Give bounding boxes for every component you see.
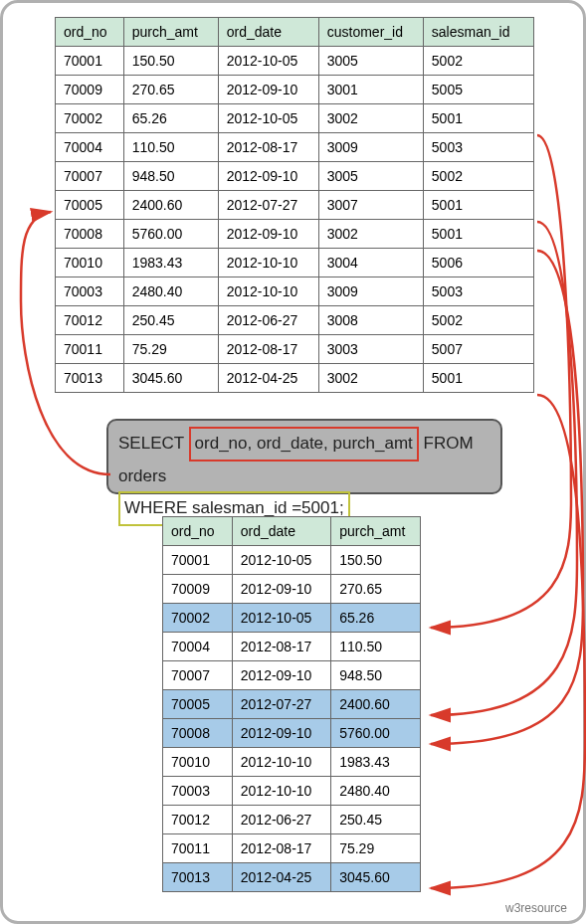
cell: 3001: [318, 76, 423, 104]
table-row: 70012250.452012-06-2730085002: [56, 306, 534, 335]
cell: 75.29: [123, 335, 218, 364]
table-header-row: ord_no purch_amt ord_date customer_id sa…: [56, 18, 534, 47]
cell: 2012-09-10: [232, 575, 330, 604]
source-orders-table: ord_no purch_amt ord_date customer_id sa…: [55, 17, 534, 393]
cell: 70005: [163, 690, 233, 719]
cell: 3005: [318, 47, 423, 76]
cell: 70003: [56, 277, 124, 306]
cell: 2012-09-10: [218, 76, 318, 104]
cell: 5760.00: [123, 220, 218, 249]
cell: 70007: [56, 162, 124, 191]
cell: 2012-06-27: [232, 806, 330, 834]
cell: 5003: [423, 277, 533, 306]
cell: 2012-07-27: [218, 191, 318, 220]
cell: 70011: [163, 834, 233, 863]
table-row: 7001175.292012-08-1730035007: [56, 335, 534, 364]
cell: 70010: [56, 249, 124, 277]
cell: 2012-08-17: [232, 834, 330, 863]
cell: 2012-10-05: [218, 47, 318, 76]
cell: 70004: [163, 633, 233, 661]
table-row: 700132012-04-253045.60: [163, 863, 421, 892]
cell: 150.50: [331, 546, 421, 575]
table-header-row: ord_no ord_date purch_amt: [163, 517, 421, 546]
cell: 5007: [423, 335, 533, 364]
cell: 5001: [423, 104, 533, 133]
cell: 3004: [318, 249, 423, 277]
table-row: 70007948.502012-09-1030055002: [56, 162, 534, 191]
cell: 110.50: [123, 133, 218, 162]
kw-select: SELECT: [118, 434, 184, 453]
cell: 250.45: [331, 806, 421, 834]
cell: 70005: [56, 191, 124, 220]
table-row: 70004110.502012-08-1730095003: [56, 133, 534, 162]
cell: 2012-10-10: [218, 249, 318, 277]
col-purch-amt: purch_amt: [123, 18, 218, 47]
table-name: orders: [118, 466, 166, 485]
table-row: 700122012-06-27250.45: [163, 806, 421, 834]
cell: 70002: [56, 104, 124, 133]
table-row: 700133045.602012-04-2530025001: [56, 364, 534, 393]
cell: 70013: [56, 364, 124, 393]
cell: 3002: [318, 104, 423, 133]
cell: 2400.60: [123, 191, 218, 220]
cell: 948.50: [331, 661, 421, 690]
cell: 5002: [423, 162, 533, 191]
cell: 5002: [423, 306, 533, 335]
cell: 2012-10-10: [218, 277, 318, 306]
table-row: 700102012-10-101983.43: [163, 748, 421, 777]
table-row: 700085760.002012-09-1030025001: [56, 220, 534, 249]
table-row: 700042012-08-17110.50: [163, 633, 421, 661]
cell: 5005: [423, 76, 533, 104]
cell: 2012-04-25: [232, 863, 330, 892]
cell: 65.26: [331, 604, 421, 633]
table-row: 7000265.262012-10-0530025001: [56, 104, 534, 133]
col-ord-no: ord_no: [56, 18, 124, 47]
cell: 110.50: [331, 633, 421, 661]
cell: 70010: [163, 748, 233, 777]
cell: 65.26: [123, 104, 218, 133]
table-row: 700032480.402012-10-1030095003: [56, 277, 534, 306]
col-ord-date: ord_date: [218, 18, 318, 47]
cell: 948.50: [123, 162, 218, 191]
cell: 5001: [423, 364, 533, 393]
col-salesman-id: salesman_id: [423, 18, 533, 47]
kw-from: FROM: [424, 434, 474, 453]
cell: 2012-10-05: [218, 104, 318, 133]
cell: 5006: [423, 249, 533, 277]
cell: 3045.60: [331, 863, 421, 892]
cell: 2012-08-17: [232, 633, 330, 661]
cell: 2012-10-10: [232, 777, 330, 806]
select-columns: ord_no, ord_date, purch_amt: [189, 427, 419, 462]
cell: 1983.43: [123, 249, 218, 277]
cell: 2012-09-10: [218, 162, 318, 191]
table-row: 700032012-10-102480.40: [163, 777, 421, 806]
cell: 70001: [56, 47, 124, 76]
col-purch-amt: purch_amt: [331, 517, 421, 546]
cell: 2012-10-05: [232, 546, 330, 575]
table-row: 700052012-07-272400.60: [163, 690, 421, 719]
cell: 3002: [318, 364, 423, 393]
cell: 2012-09-10: [218, 220, 318, 249]
table-row: 700082012-09-105760.00: [163, 719, 421, 748]
cell: 75.29: [331, 834, 421, 863]
cell: 70007: [163, 661, 233, 690]
cell: 2012-07-27: [232, 690, 330, 719]
cell: 5001: [423, 191, 533, 220]
cell: 270.65: [123, 76, 218, 104]
table-row: 70009270.652012-09-1030015005: [56, 76, 534, 104]
cell: 2012-04-25: [218, 364, 318, 393]
cell: 70012: [56, 306, 124, 335]
table-row: 70001150.502012-10-0530055002: [56, 47, 534, 76]
cell: 2012-10-10: [232, 748, 330, 777]
sql-query-box: SELECT ord_no, ord_date, purch_amt FROM …: [106, 419, 502, 494]
cell: 3009: [318, 133, 423, 162]
query-line-1: SELECT ord_no, ord_date, purch_amt FROM …: [118, 427, 490, 491]
cell: 70004: [56, 133, 124, 162]
cell: 70009: [163, 575, 233, 604]
table-row: 700072012-09-10948.50: [163, 661, 421, 690]
cell: 3007: [318, 191, 423, 220]
cell: 2012-08-17: [218, 335, 318, 364]
cell: 70011: [56, 335, 124, 364]
cell: 1983.43: [331, 748, 421, 777]
table-row: 700012012-10-05150.50: [163, 546, 421, 575]
